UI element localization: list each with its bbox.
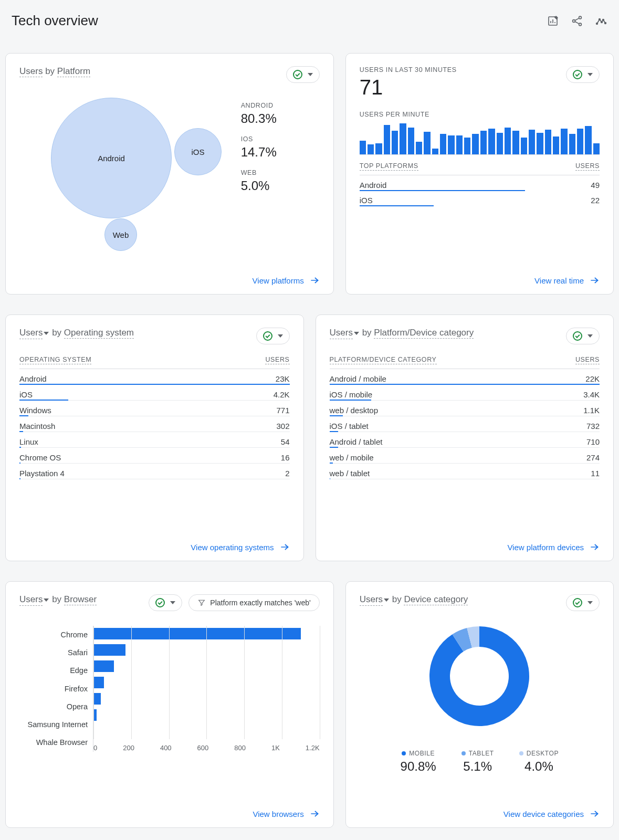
minute-bar <box>464 138 470 154</box>
checkmark-icon <box>155 598 165 607</box>
card-audience-selector[interactable] <box>256 328 290 344</box>
filter-chip[interactable]: Platform exactly matches 'web' <box>188 594 319 611</box>
browser-label: Chrome <box>19 631 88 639</box>
platform-legend-value: 14.7% <box>241 145 320 160</box>
view-device-categories-link[interactable]: View device categories <box>360 799 600 819</box>
checkmark-icon <box>263 331 272 341</box>
minute-bar <box>392 131 398 154</box>
table-row[interactable]: web / mobile274 <box>330 448 600 464</box>
table-row[interactable]: Chrome OS16 <box>19 448 290 464</box>
table-row[interactable]: iOS4.2K <box>19 385 290 401</box>
dimension-device-category[interactable]: Device category <box>404 594 468 605</box>
metric-users[interactable]: Users <box>19 66 43 77</box>
view-platform-devices-link[interactable]: View platform devices <box>330 532 600 552</box>
card-title[interactable]: Users by Device category <box>360 594 468 606</box>
minute-bar <box>472 134 478 154</box>
card-audience-selector[interactable] <box>566 594 600 611</box>
users-per-minute-chart <box>360 123 600 155</box>
dimension-platform[interactable]: Platform <box>57 66 90 77</box>
view-real-time-link[interactable]: View real time <box>360 266 600 286</box>
checkmark-icon <box>573 70 582 79</box>
view-operating-systems-link[interactable]: View operating systems <box>19 532 290 552</box>
legend-label: DESKTOP <box>527 750 559 757</box>
minute-bar <box>585 126 591 154</box>
table-row: Android49 <box>360 175 600 191</box>
card-users-by-platform: Users by Platform AndroidiOSWeb ANDROID8… <box>5 53 334 295</box>
card-users-by-device-category: Users by Device category MOBILE90.8%TABL… <box>345 581 614 828</box>
minute-bar <box>593 143 600 154</box>
browser-bar-chart: ChromeSafariEdgeFirefoxOperaSamsung Inte… <box>19 626 320 752</box>
platform-legend-label: IOS <box>241 135 320 143</box>
minute-bar <box>529 130 535 154</box>
minute-bar <box>416 142 422 154</box>
legend-value: 4.0% <box>519 759 559 774</box>
table-row[interactable]: web / desktop1.1K <box>330 401 600 416</box>
browser-label: Safari <box>19 648 88 657</box>
row-value: 710 <box>586 437 600 446</box>
table-row[interactable]: Playstation 42 <box>19 464 290 479</box>
card-audience-selector[interactable] <box>149 594 182 611</box>
table-row: iOS22 <box>360 191 600 206</box>
metric-users[interactable]: Users <box>360 594 383 606</box>
row-value: 4.2K <box>274 390 290 399</box>
axis-tick: 200 <box>123 744 134 752</box>
minute-bar <box>456 135 463 154</box>
row-value: 16 <box>281 453 290 462</box>
svg-point-3 <box>579 23 582 26</box>
table-row[interactable]: Windows771 <box>19 401 290 416</box>
view-browsers-link[interactable]: View browsers <box>19 799 320 819</box>
dimension-platform-device[interactable]: Platform/Device category <box>374 328 474 339</box>
card-audience-selector[interactable] <box>286 66 320 83</box>
minute-bar <box>360 141 366 154</box>
axis-tick: 800 <box>234 744 246 752</box>
share-icon[interactable] <box>571 15 583 27</box>
platform-legend-label: ANDROID <box>241 102 320 109</box>
platform-bubble: Web <box>104 218 137 251</box>
axis-tick: 1.2K <box>306 744 320 752</box>
table-row[interactable]: Android23K <box>19 369 290 385</box>
minute-bar <box>497 133 503 154</box>
row-label: iOS / tablet <box>330 422 369 430</box>
svg-point-2 <box>579 16 582 19</box>
customize-report-icon[interactable] <box>547 15 559 27</box>
minute-bar <box>424 132 430 154</box>
minute-bar <box>545 130 551 154</box>
browser-label: Opera <box>19 702 88 711</box>
chevron-down-icon <box>354 332 359 335</box>
table-row[interactable]: Macintosh302 <box>19 416 290 432</box>
view-platforms-link[interactable]: View platforms <box>19 266 320 286</box>
table-row[interactable]: Android / tablet710 <box>330 432 600 448</box>
dimension-browser[interactable]: Browser <box>64 594 97 605</box>
insights-icon[interactable] <box>595 15 607 27</box>
metric-users[interactable]: Users <box>330 328 353 339</box>
chevron-down-icon <box>44 332 49 335</box>
row-value: 2 <box>285 469 289 478</box>
table-row[interactable]: iOS / mobile3.4K <box>330 385 600 401</box>
card-title[interactable]: Users by Platform/Device category <box>330 328 474 339</box>
table-row[interactable]: Linux54 <box>19 432 290 448</box>
platform-bubble: Android <box>51 98 172 218</box>
svg-point-4 <box>596 23 598 24</box>
browser-label: Edge <box>19 666 88 675</box>
table-row[interactable]: web / tablet11 <box>330 464 600 479</box>
users-per-minute-label: USERS PER MINUTE <box>360 111 600 118</box>
svg-point-7 <box>603 19 604 20</box>
dimension-os[interactable]: Operating system <box>64 328 134 339</box>
card-title[interactable]: Users by Browser <box>19 594 97 606</box>
row-label: Windows <box>19 406 51 415</box>
card-audience-selector[interactable] <box>566 328 600 344</box>
card-users-by-platform-device: Users by Platform/Device category PLATFO… <box>316 314 614 561</box>
table-row[interactable]: Android / mobile22K <box>330 369 600 385</box>
users-column-header: USERS <box>265 356 289 364</box>
card-title[interactable]: Users by Platform <box>19 66 90 77</box>
filter-icon <box>197 598 206 607</box>
row-label: Playstation 4 <box>19 469 65 478</box>
metric-users[interactable]: Users <box>19 328 43 339</box>
table-row[interactable]: iOS / tablet732 <box>330 416 600 432</box>
minute-bar <box>561 129 567 154</box>
donut-legend-item: TABLET5.1% <box>461 750 494 774</box>
metric-users[interactable]: Users <box>19 594 43 606</box>
realtime-users-count: 71 <box>360 76 457 99</box>
card-audience-selector[interactable] <box>566 66 600 83</box>
card-title[interactable]: Users by Operating system <box>19 328 134 339</box>
